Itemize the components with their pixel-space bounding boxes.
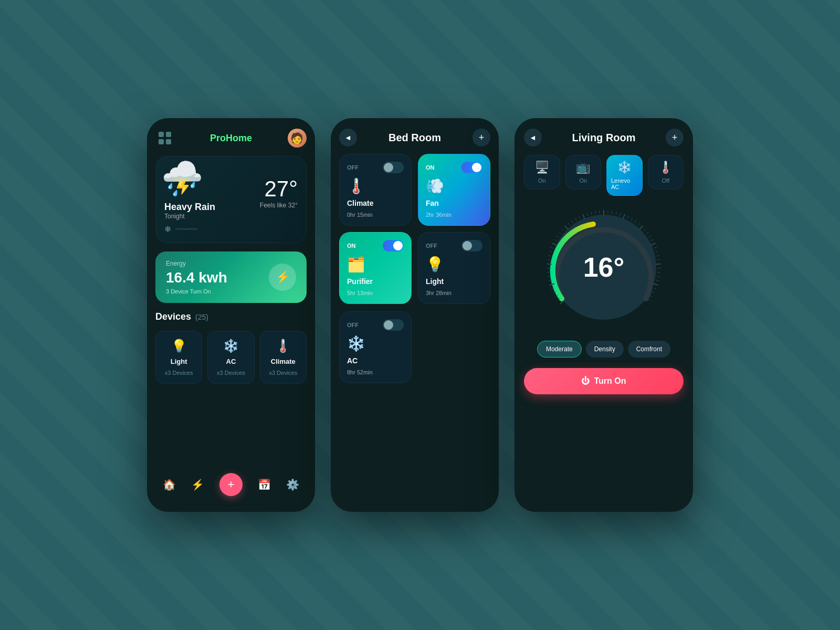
living-ac-icon: ❄️ xyxy=(617,161,632,174)
climate-device-time: 0hr 15min xyxy=(347,212,404,218)
svg-line-47 xyxy=(654,247,657,248)
gauge-temperature: 16° xyxy=(583,251,625,283)
light-device-icon: 💡 xyxy=(426,256,482,273)
mode-comfort[interactable]: Comfront xyxy=(628,341,670,358)
living-device-temp[interactable]: 🌡️ Off xyxy=(648,155,684,190)
bedroom-header: ◄ Bed Room + xyxy=(339,129,490,146)
bedroom-device-grid: OFF 🌡️ Climate 0hr 15min ON 💨 xyxy=(339,154,490,304)
app-title: ProHome xyxy=(210,133,252,144)
device-ac-count: x3 Devices xyxy=(217,370,245,376)
svg-line-28 xyxy=(591,212,592,215)
home-nav-icon[interactable]: 🏠 xyxy=(163,478,176,491)
device-light[interactable]: 💡 Light x3 Devices xyxy=(155,331,202,384)
bedroom-purifier[interactable]: ON 🗂️ Purifier 5hr 13min xyxy=(339,232,412,304)
bedroom-light[interactable]: OFF 💡 Light 3hr 28min xyxy=(418,232,490,304)
ac-status: OFF xyxy=(347,322,359,328)
energy-nav-icon[interactable]: ⚡ xyxy=(191,478,204,491)
living-device-washer[interactable]: 🖥️ On xyxy=(524,155,560,190)
light-device-time: 3hr 28min xyxy=(426,290,482,296)
mode-density[interactable]: Density xyxy=(586,341,624,358)
purifier-status: ON xyxy=(347,243,356,249)
svg-line-35 xyxy=(620,213,621,216)
fan-status: ON xyxy=(426,164,435,171)
purifier-toggle[interactable] xyxy=(383,240,404,251)
turn-on-label: Turn On xyxy=(594,376,626,386)
bedroom-add-button[interactable]: + xyxy=(472,129,490,146)
bedroom-fan[interactable]: ON 💨 Fan 2hr 36min xyxy=(418,154,490,226)
bedroom-climate[interactable]: OFF 🌡️ Climate 0hr 15min xyxy=(339,154,412,226)
svg-line-12 xyxy=(548,260,550,260)
light-icon: 💡 xyxy=(171,339,187,353)
svg-line-40 xyxy=(638,223,639,225)
svg-line-27 xyxy=(587,213,587,216)
living-device-tv[interactable]: 📺 On xyxy=(565,155,602,190)
svg-line-16 xyxy=(552,243,556,245)
svg-line-45 xyxy=(651,239,653,240)
feels-like: Feels like 32° xyxy=(260,202,298,209)
tv-icon: 📺 xyxy=(576,161,590,174)
light-device-name: Light xyxy=(426,277,482,286)
svg-line-46 xyxy=(652,243,655,245)
mode-moderate[interactable]: Moderate xyxy=(537,341,582,358)
settings-nav-icon[interactable]: ⚙️ xyxy=(286,478,299,491)
light-status: OFF xyxy=(426,243,437,249)
bottom-nav: 🏠 ⚡ + 📅 ⚙️ xyxy=(155,468,307,501)
device-climate-count: x3 Devices xyxy=(269,370,297,376)
turn-on-button[interactable]: ⏻ Turn On xyxy=(524,368,684,394)
climate-device-name: Climate xyxy=(347,199,404,207)
user-avatar[interactable]: 🧑 xyxy=(288,129,307,148)
grid-menu-icon[interactable] xyxy=(155,129,174,148)
snow-icon: ❄ xyxy=(164,224,171,234)
add-button[interactable]: + xyxy=(219,473,243,496)
living-temp-icon: 🌡️ xyxy=(658,161,673,174)
energy-icon: ⚡ xyxy=(269,264,296,291)
svg-line-55 xyxy=(656,280,659,281)
svg-line-50 xyxy=(657,260,660,260)
svg-line-25 xyxy=(579,216,580,218)
bedroom-ac-row: OFF ❄️ AC 8hr 52min xyxy=(339,311,490,383)
device-climate[interactable]: 🌡️ Climate x3 Devices xyxy=(260,331,307,384)
svg-line-56 xyxy=(654,284,658,285)
svg-line-49 xyxy=(657,256,659,256)
svg-line-44 xyxy=(649,236,651,237)
calendar-nav-icon[interactable]: 📅 xyxy=(258,478,271,491)
ac-toggle[interactable] xyxy=(383,319,404,331)
svg-line-7 xyxy=(549,280,551,281)
bedroom-ac[interactable]: OFF ❄️ AC 8hr 52min xyxy=(339,311,412,383)
fan-device-name: Fan xyxy=(426,199,482,207)
living-device-ac[interactable]: ❄️ Lenevo AC xyxy=(606,155,643,196)
bedroom-back-button[interactable]: ◄ xyxy=(339,129,357,146)
temperature-display: 27° xyxy=(260,176,298,202)
purifier-device-icon: 🗂️ xyxy=(347,256,404,273)
svg-line-37 xyxy=(627,216,628,218)
svg-line-19 xyxy=(559,233,561,234)
svg-line-13 xyxy=(548,256,551,256)
device-ac[interactable]: ❄️ AC x3 Devices xyxy=(207,331,254,384)
washer-icon: 🖥️ xyxy=(535,161,549,174)
device-grid: 💡 Light x3 Devices ❄️ AC x3 Devices 🌡️ C… xyxy=(155,331,307,384)
ac-device-name: AC xyxy=(347,356,404,365)
light-toggle[interactable] xyxy=(461,240,482,251)
svg-line-29 xyxy=(595,211,596,214)
fan-toggle[interactable] xyxy=(461,162,482,173)
svg-line-36 xyxy=(623,215,625,218)
living-add-button[interactable]: + xyxy=(666,129,684,146)
svg-line-33 xyxy=(612,211,613,214)
prohome-header: ProHome 🧑 xyxy=(155,129,307,148)
weather-condition: Heavy Rain xyxy=(164,202,215,213)
mode-buttons: Moderate Density Comfront xyxy=(537,341,670,358)
svg-line-54 xyxy=(657,276,660,277)
ac-device-time: 8hr 52min xyxy=(347,369,404,375)
svg-line-48 xyxy=(656,251,658,252)
svg-line-39 xyxy=(635,220,636,223)
climate-toggle[interactable] xyxy=(383,162,404,173)
svg-line-59 xyxy=(650,296,652,297)
svg-line-1 xyxy=(560,301,563,303)
svg-line-20 xyxy=(562,229,564,230)
living-back-button[interactable]: ◄ xyxy=(524,129,542,146)
energy-value: 16.4 kwh xyxy=(166,269,227,286)
fan-device-time: 2hr 36min xyxy=(426,212,482,218)
screens-container: ProHome 🧑 ⛈️ Heavy Rain Tonight 27° Feel… xyxy=(147,118,693,512)
bedroom-title: Bed Room xyxy=(388,132,441,144)
svg-line-22 xyxy=(568,223,570,225)
